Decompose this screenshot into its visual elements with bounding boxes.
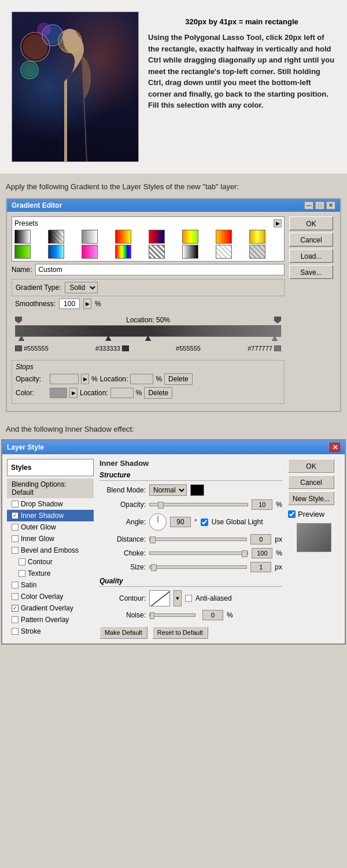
style-item-color-overlay[interactable]: Color Overlay	[7, 591, 94, 602]
choke-slider[interactable]	[149, 551, 248, 555]
ls-ok-btn[interactable]: OK	[288, 459, 334, 473]
make-default-btn[interactable]: Make Default	[99, 626, 147, 639]
bevel-emboss-checkbox[interactable]	[12, 547, 19, 554]
gradient-save-btn[interactable]: Save...	[289, 265, 333, 279]
contour-checkbox[interactable]	[19, 558, 25, 565]
gradient-editor-dialog: Gradient Editor — □ ✕ Presets ▶	[6, 198, 341, 412]
drop-shadow-checkbox[interactable]	[12, 501, 19, 507]
layer-style-close-btn[interactable]: ✕	[330, 443, 340, 452]
preset-swatch-15[interactable]	[216, 245, 232, 259]
titlebar-buttons: — □ ✕	[304, 201, 335, 209]
preset-swatch-16[interactable]	[249, 245, 265, 259]
opacity-input[interactable]	[50, 374, 79, 384]
choke-label: Choke:	[99, 549, 146, 557]
opacity-row: Opacity: ▶ % Location: % Delete	[16, 373, 280, 385]
color-stop-2: #333333	[95, 345, 120, 352]
style-item-texture[interactable]: Texture	[7, 568, 94, 579]
pattern-overlay-checkbox[interactable]	[12, 616, 19, 623]
preset-swatch-13[interactable]	[149, 245, 165, 259]
blend-color-box[interactable]	[190, 484, 204, 496]
inner-glow-checkbox[interactable]	[12, 535, 19, 542]
style-item-bevel-emboss[interactable]: Bevel and Emboss	[7, 545, 94, 556]
opacity-label: Opacity:	[16, 375, 47, 383]
layer-style-title: Layer Style	[7, 443, 44, 451]
style-item-inner-glow[interactable]: Inner Glow	[7, 533, 94, 545]
smoothness-pct: %	[95, 300, 101, 308]
opacity-stop-right[interactable]	[274, 317, 281, 323]
preview-checkbox[interactable]	[288, 510, 296, 518]
distance-input[interactable]	[250, 534, 271, 545]
contour-preview[interactable]	[149, 590, 170, 606]
gradient-overlay-checkbox[interactable]: ✓	[12, 605, 19, 612]
color-location-input[interactable]	[110, 388, 134, 398]
distance-slider[interactable]	[149, 538, 247, 541]
opacity-delete-btn[interactable]: Delete	[164, 373, 193, 385]
opacity-slider[interactable]	[149, 503, 248, 506]
close-btn[interactable]: ✕	[326, 201, 335, 209]
size-slider[interactable]	[149, 565, 247, 569]
preset-swatch-5[interactable]	[149, 230, 165, 244]
opacity-location-input[interactable]	[130, 374, 153, 384]
color-arrow-btn[interactable]: ▶	[69, 388, 77, 398]
gradient-load-btn[interactable]: Load...	[289, 249, 333, 263]
preset-swatch-12[interactable]	[115, 245, 131, 259]
presets-arrow-btn[interactable]: ▶	[274, 219, 282, 227]
ls-new-style-btn[interactable]: New Style...	[288, 491, 334, 505]
style-item-blending[interactable]: Blending Options: Default	[7, 479, 94, 498]
smoothness-stepper[interactable]: ▶	[83, 299, 91, 309]
color-overlay-checkbox[interactable]	[12, 593, 19, 600]
style-item-outer-glow[interactable]: Outer Glow	[7, 521, 94, 533]
style-item-stroke[interactable]: Stroke	[7, 626, 94, 637]
preset-swatch-6[interactable]	[182, 230, 198, 244]
style-item-satin[interactable]: Satin	[7, 579, 94, 591]
preset-swatch-11[interactable]	[82, 245, 98, 259]
inner-shadow-title: Inner Shadow	[99, 459, 282, 468]
maximize-btn[interactable]: □	[315, 201, 324, 209]
ls-cancel-btn[interactable]: Cancel	[288, 475, 334, 489]
preset-swatch-7[interactable]	[216, 230, 232, 244]
gradient-bar[interactable]	[15, 325, 281, 337]
style-item-pattern-overlay[interactable]: Pattern Overlay	[7, 614, 94, 626]
contour-dropdown-btn[interactable]: ▼	[174, 590, 182, 606]
opacity-input-ls[interactable]	[252, 499, 272, 510]
preset-swatch-9[interactable]	[14, 245, 31, 259]
noise-slider[interactable]	[149, 613, 195, 617]
satin-checkbox[interactable]	[12, 582, 19, 589]
blend-mode-select[interactable]: Normal	[149, 484, 187, 496]
presets-box: Presets ▶	[12, 216, 285, 262]
preset-swatch-2[interactable]	[48, 230, 64, 244]
style-item-drop-shadow[interactable]: Drop Shadow	[7, 498, 94, 510]
outer-glow-checkbox[interactable]	[12, 524, 19, 531]
angle-widget[interactable]	[149, 513, 167, 531]
style-item-inner-shadow[interactable]: ✓ Inner Shadow	[7, 510, 94, 521]
color-delete-btn[interactable]: Delete	[144, 387, 172, 399]
inner-shadow-checkbox[interactable]: ✓	[12, 512, 19, 519]
angle-input[interactable]	[170, 517, 191, 527]
style-item-gradient-overlay[interactable]: ✓ Gradient Overlay	[7, 602, 94, 614]
preset-swatch-8[interactable]	[249, 230, 265, 244]
choke-input[interactable]	[252, 548, 272, 558]
use-global-light-checkbox[interactable]	[201, 518, 208, 526]
size-input[interactable]	[250, 562, 271, 572]
style-item-contour[interactable]: Contour	[7, 556, 94, 568]
stroke-checkbox[interactable]	[12, 628, 19, 635]
preset-swatch-10[interactable]	[48, 245, 64, 259]
name-input[interactable]	[35, 264, 285, 275]
noise-input[interactable]	[202, 610, 223, 620]
gradient-cancel-btn[interactable]: Cancel	[289, 233, 333, 247]
preset-swatch-3[interactable]	[82, 230, 98, 244]
anti-aliased-checkbox[interactable]	[185, 595, 192, 602]
color-preview[interactable]	[50, 388, 67, 398]
gradient-ok-btn[interactable]: OK	[289, 216, 333, 230]
gradient-instruction: Apply the following Gradient to the Laye…	[0, 174, 347, 196]
texture-checkbox[interactable]	[19, 570, 25, 577]
preset-swatch-14[interactable]	[182, 245, 198, 259]
minimize-btn[interactable]: —	[304, 201, 313, 209]
gradient-type-select[interactable]: Solid	[65, 282, 98, 293]
reset-to-default-btn[interactable]: Reset to Default	[152, 626, 208, 639]
preset-swatch-1[interactable]	[14, 230, 31, 244]
preset-swatch-4[interactable]	[115, 230, 131, 244]
smoothness-input[interactable]	[59, 299, 80, 309]
opacity-stop-left[interactable]	[15, 317, 22, 323]
opacity-stepper[interactable]: ▶	[81, 374, 89, 384]
